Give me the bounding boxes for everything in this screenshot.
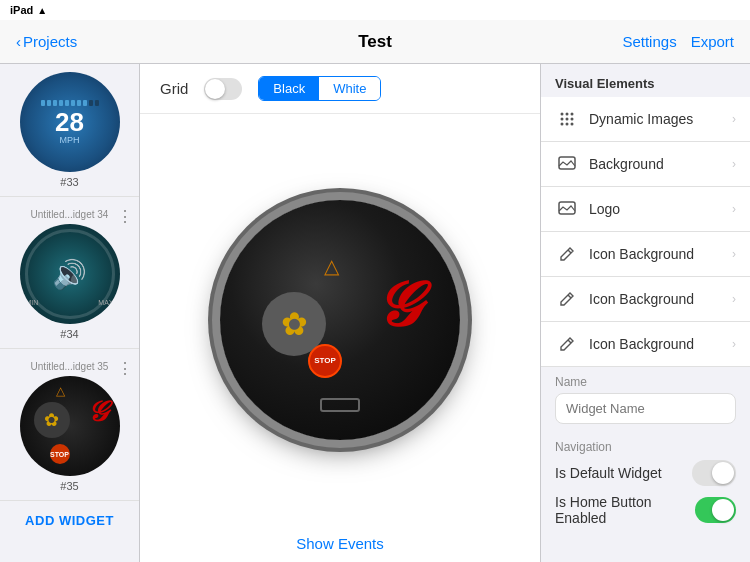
watch-preview-container: △ ✿ 𝒢 STOP [220, 114, 460, 525]
pen-icon-1 [555, 242, 579, 266]
widget-name-input[interactable] [555, 393, 736, 424]
big-g-logo: 𝒢 [372, 274, 416, 336]
widget-label-34: #34 [60, 328, 78, 340]
sidebar-item-33[interactable]: 28 mph #33 [0, 64, 139, 197]
pen-icon-2 [555, 287, 579, 311]
content-area: Grid Black White △ ✿ 𝒢 STOP Sh [140, 64, 540, 562]
watch-bar [320, 398, 360, 412]
chevron-right-icon-1: › [732, 157, 736, 171]
settings-button[interactable]: Settings [622, 33, 676, 50]
visual-elements-title: Visual Elements [541, 64, 750, 97]
panel-item-icon-bg-3[interactable]: Icon Background › [541, 322, 750, 367]
svg-point-6 [561, 123, 564, 126]
panel-item-logo[interactable]: Logo › [541, 187, 750, 232]
back-button[interactable]: ‹ Projects [16, 33, 77, 50]
svg-point-8 [571, 123, 574, 126]
right-panel: Visual Elements Dynamic Images › [540, 64, 750, 562]
home-button-row: Is Home Button Enabled [555, 494, 736, 526]
big-stop-button: STOP [308, 344, 342, 378]
more-button-35[interactable]: ⋮ [117, 359, 133, 378]
big-triangle-icon: △ [324, 254, 339, 278]
background-label: Background [589, 156, 722, 172]
background-icon [555, 152, 579, 176]
nav-bar: ‹ Projects Test Settings Export [0, 20, 750, 64]
widget-label-33: #33 [60, 176, 78, 188]
chevron-right-icon-0: › [732, 112, 736, 126]
panel-item-icon-bg-2[interactable]: Icon Background › [541, 277, 750, 322]
widget-thumbnail-34: 🔊 MIN MAX [20, 224, 120, 324]
content-toolbar: Grid Black White [140, 64, 540, 114]
svg-point-1 [566, 113, 569, 116]
chevron-right-icon-2: › [732, 202, 736, 216]
svg-point-7 [566, 123, 569, 126]
nav-section: Navigation Is Default Widget Is Home But… [541, 432, 750, 542]
speed-unit: mph [60, 135, 80, 145]
export-button[interactable]: Export [691, 33, 734, 50]
nav-section-label: Navigation [555, 440, 736, 454]
chevron-left-icon: ‹ [16, 33, 21, 50]
name-section: Name [541, 367, 750, 432]
speed-gauge [40, 99, 100, 107]
logo-icon [555, 197, 579, 221]
default-widget-row: Is Default Widget [555, 460, 736, 486]
home-button-toggle[interactable] [695, 497, 736, 523]
dynamic-images-label: Dynamic Images [589, 111, 722, 127]
widget-label-35-title: Untitled...idget 35 [31, 361, 109, 372]
black-button[interactable]: Black [259, 77, 319, 100]
panel-item-background[interactable]: Background › [541, 142, 750, 187]
sidebar-item-34[interactable]: ⋮ Untitled...idget 34 🔊 MIN MAX #34 [0, 197, 139, 349]
color-segmented[interactable]: Black White [258, 76, 381, 101]
more-button-34[interactable]: ⋮ [117, 207, 133, 226]
default-widget-label: Is Default Widget [555, 465, 662, 481]
speed-value: 28 [55, 109, 84, 135]
big-watch: △ ✿ 𝒢 STOP [220, 200, 460, 440]
add-widget-button[interactable]: ADD WIDGET [0, 501, 139, 540]
sidebar-item-35[interactable]: ⋮ Untitled...idget 35 △ ✿ 𝒢 STOP #35 [0, 349, 139, 501]
grid-toggle[interactable] [204, 78, 242, 100]
svg-point-2 [571, 113, 574, 116]
panel-item-icon-bg-1[interactable]: Icon Background › [541, 232, 750, 277]
home-button-label: Is Home Button Enabled [555, 494, 695, 526]
widget-thumbnail-33: 28 mph [20, 72, 120, 172]
main-layout: 28 mph #33 ⋮ Untitled...idget 34 🔊 MIN M… [0, 64, 750, 562]
default-widget-toggle[interactable] [692, 460, 736, 486]
svg-point-0 [561, 113, 564, 116]
svg-point-3 [561, 118, 564, 121]
show-events-button[interactable]: Show Events [286, 525, 394, 562]
widget-label-35: #35 [60, 480, 78, 492]
name-label: Name [555, 375, 736, 389]
widget-label-34-title: Untitled...idget 34 [31, 209, 109, 220]
status-bar: iPad ▲ [0, 0, 750, 20]
g-logo-small: 𝒢 [86, 396, 106, 429]
big-fan-icon: ✿ [281, 305, 308, 343]
svg-point-4 [566, 118, 569, 121]
chevron-right-icon-3: › [732, 247, 736, 261]
icon-bg-label-3: Icon Background [589, 336, 722, 352]
nav-title: Test [358, 32, 392, 52]
logo-label: Logo [589, 201, 722, 217]
icon-bg-label-1: Icon Background [589, 246, 722, 262]
grid-label: Grid [160, 80, 188, 97]
stop-button-small: STOP [50, 444, 70, 464]
fan-icon-small: ✿ [44, 409, 59, 431]
panel-item-dynamic-images[interactable]: Dynamic Images › [541, 97, 750, 142]
dynamic-images-icon [555, 107, 579, 131]
icon-bg-label-2: Icon Background [589, 291, 722, 307]
nav-actions: Settings Export [622, 33, 734, 50]
sidebar: 28 mph #33 ⋮ Untitled...idget 34 🔊 MIN M… [0, 64, 140, 562]
svg-point-5 [571, 118, 574, 121]
triangle-icon: △ [56, 384, 65, 398]
wifi-icon: ▲ [37, 5, 47, 16]
status-carrier: iPad ▲ [10, 4, 47, 16]
pen-icon-3 [555, 332, 579, 356]
widget-thumbnail-35: △ ✿ 𝒢 STOP [20, 376, 120, 476]
white-button[interactable]: White [319, 77, 380, 100]
fan-circle: ✿ [34, 402, 70, 438]
chevron-right-icon-5: › [732, 337, 736, 351]
chevron-right-icon-4: › [732, 292, 736, 306]
